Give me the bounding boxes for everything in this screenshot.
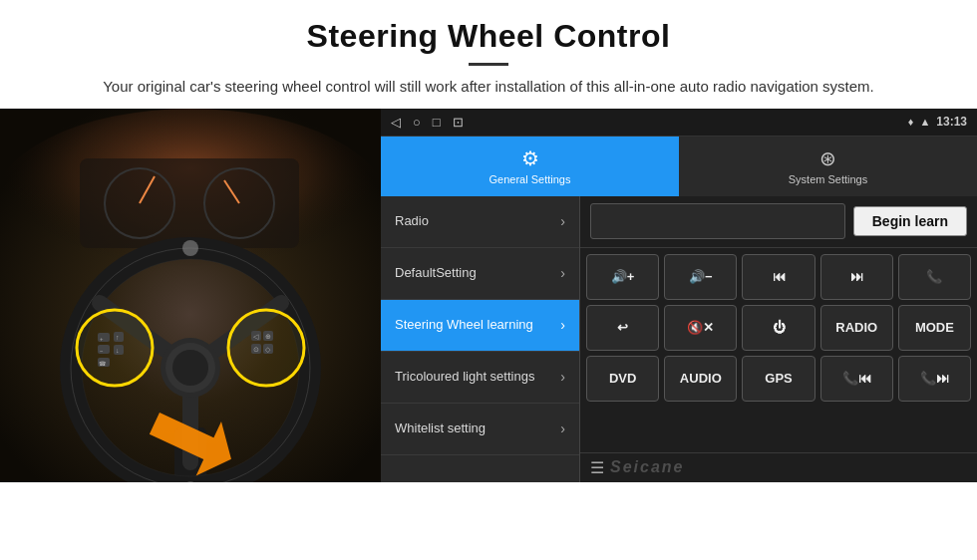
general-settings-icon: ⚙ xyxy=(521,146,539,170)
menu-item-radio-label: Radio xyxy=(395,213,429,230)
vol-down-icon: 🔊− xyxy=(689,269,713,284)
watermark-text: Seicane xyxy=(610,458,684,476)
menu-item-radio[interactable]: Radio › xyxy=(381,196,579,248)
svg-text:↓: ↓ xyxy=(116,347,120,354)
gps-button[interactable]: GPS xyxy=(742,356,814,402)
button-row-1: 🔊+ 🔊− ⏮ ⏭ 📞 xyxy=(586,254,971,300)
mode-label: MODE xyxy=(915,320,954,335)
dvd-button[interactable]: DVD xyxy=(586,356,659,402)
status-bar-left: ◁ ○ □ ⊡ xyxy=(391,115,464,130)
menu-item-steering[interactable]: Steering Wheel learning › xyxy=(381,300,579,352)
chevron-right-icon: › xyxy=(560,265,565,281)
svg-point-17 xyxy=(182,240,198,256)
svg-text:↑: ↑ xyxy=(116,334,120,341)
next-button[interactable]: ⏭ xyxy=(820,254,893,300)
chevron-right-icon: › xyxy=(560,369,565,385)
menu-list: Radio › DefaultSetting › Steering Wheel … xyxy=(381,196,580,482)
recent-icon[interactable]: □ xyxy=(433,115,441,130)
page-subtitle: Your original car's steering wheel contr… xyxy=(60,76,917,99)
svg-text:⊕: ⊕ xyxy=(265,333,271,340)
tel-prev-icon: 📞⏮ xyxy=(842,371,871,386)
power-icon: ⏻ xyxy=(773,320,786,335)
menu-item-steering-label: Steering Wheel learning xyxy=(395,317,533,334)
location-icon: ♦ xyxy=(908,116,914,128)
prev-button[interactable]: ⏮ xyxy=(742,254,814,300)
svg-text:+: + xyxy=(100,336,104,342)
end-call-button[interactable]: ↩ xyxy=(586,305,659,351)
content-area: Radio › DefaultSetting › Steering Wheel … xyxy=(381,196,977,482)
status-bar-right: ♦ ▲ 13:13 xyxy=(908,115,967,129)
screenshot-icon[interactable]: ⊡ xyxy=(453,115,464,130)
tab-general[interactable]: ⚙ General Settings xyxy=(381,137,679,196)
prev-icon: ⏮ xyxy=(773,269,786,284)
tel-prev-button[interactable]: 📞⏮ xyxy=(820,356,893,402)
svg-text:−: − xyxy=(100,348,104,354)
list-icon: ☰ xyxy=(590,458,604,477)
chevron-right-icon: › xyxy=(560,213,565,229)
main-content: + − ↑ ↓ ☎ ◁ ⊕ ⊙ ◇ xyxy=(0,109,977,482)
tab-system-label: System Settings xyxy=(789,173,867,185)
watermark-row: ☰ Seicane xyxy=(580,452,977,482)
svg-rect-2 xyxy=(80,158,299,248)
button-grid: 🔊+ 🔊− ⏮ ⏭ 📞 xyxy=(580,248,977,408)
next-icon: ⏭ xyxy=(850,269,863,284)
menu-item-whitelist[interactable]: Whitelist setting › xyxy=(381,404,579,455)
tel-next-button[interactable]: 📞⏭ xyxy=(898,356,971,402)
button-row-3: DVD AUDIO GPS 📞⏮ 📞⏭ xyxy=(586,356,971,402)
title-divider xyxy=(469,63,508,66)
car-image-section: + − ↑ ↓ ☎ ◁ ⊕ ⊙ ◇ xyxy=(0,109,381,482)
steering-wheel-svg: + − ↑ ↓ ☎ ◁ ⊕ ⊙ ◇ xyxy=(0,109,381,482)
phone-button[interactable]: 📞 xyxy=(898,254,971,300)
car-interior-bg: + − ↑ ↓ ☎ ◁ ⊕ ⊙ ◇ xyxy=(0,109,381,482)
page-title: Steering Wheel Control xyxy=(60,18,917,55)
signal-icon: ▲ xyxy=(919,116,930,128)
page-header: Steering Wheel Control Your original car… xyxy=(0,0,977,109)
back-icon[interactable]: ◁ xyxy=(391,115,401,130)
end-call-icon: ↩ xyxy=(617,320,628,335)
right-panel: Begin learn 🔊+ 🔊− ⏮ xyxy=(580,196,977,482)
mute-icon: 🔇✕ xyxy=(687,320,714,335)
vol-down-button[interactable]: 🔊− xyxy=(664,254,737,300)
chevron-right-icon: › xyxy=(560,420,565,436)
menu-item-tricoloured[interactable]: Tricoloured light settings › xyxy=(381,352,579,404)
tab-system[interactable]: ⊛ System Settings xyxy=(679,137,977,196)
menu-item-whitelist-label: Whitelist setting xyxy=(395,420,486,437)
gps-label: GPS xyxy=(765,371,792,386)
chevron-right-icon: › xyxy=(560,317,565,333)
android-ui: ◁ ○ □ ⊡ ♦ ▲ 13:13 ⚙ General Settings ⊛ S… xyxy=(381,109,977,482)
dvd-label: DVD xyxy=(609,371,636,386)
mute-button[interactable]: 🔇✕ xyxy=(664,305,737,351)
status-time: 13:13 xyxy=(936,115,967,129)
status-bar: ◁ ○ □ ⊡ ♦ ▲ 13:13 xyxy=(381,109,977,137)
tab-general-label: General Settings xyxy=(489,173,571,185)
mode-button[interactable]: MODE xyxy=(898,305,971,351)
tel-next-icon: 📞⏭ xyxy=(920,371,949,386)
tab-bar: ⚙ General Settings ⊛ System Settings xyxy=(381,137,977,196)
svg-point-16 xyxy=(172,350,208,386)
menu-item-tricoloured-label: Tricoloured light settings xyxy=(395,369,534,386)
learn-input[interactable] xyxy=(590,203,845,239)
home-icon[interactable]: ○ xyxy=(413,115,421,130)
svg-text:⊙: ⊙ xyxy=(253,346,259,353)
begin-learn-button[interactable]: Begin learn xyxy=(853,206,967,236)
system-settings-icon: ⊛ xyxy=(819,146,836,170)
menu-item-default-label: DefaultSetting xyxy=(395,265,477,282)
begin-learn-row: Begin learn xyxy=(580,196,977,248)
audio-button[interactable]: AUDIO xyxy=(664,356,737,402)
audio-label: AUDIO xyxy=(680,371,722,386)
radio-label: RADIO xyxy=(835,320,877,335)
menu-item-default[interactable]: DefaultSetting › xyxy=(381,248,579,300)
vol-up-button[interactable]: 🔊+ xyxy=(586,254,659,300)
svg-text:☎: ☎ xyxy=(99,361,107,367)
power-button[interactable]: ⏻ xyxy=(742,305,814,351)
radio-button[interactable]: RADIO xyxy=(820,305,893,351)
button-row-2: ↩ 🔇✕ ⏻ RADIO MODE xyxy=(586,305,971,351)
vol-up-icon: 🔊+ xyxy=(611,269,635,284)
phone-icon: 📞 xyxy=(926,269,942,284)
